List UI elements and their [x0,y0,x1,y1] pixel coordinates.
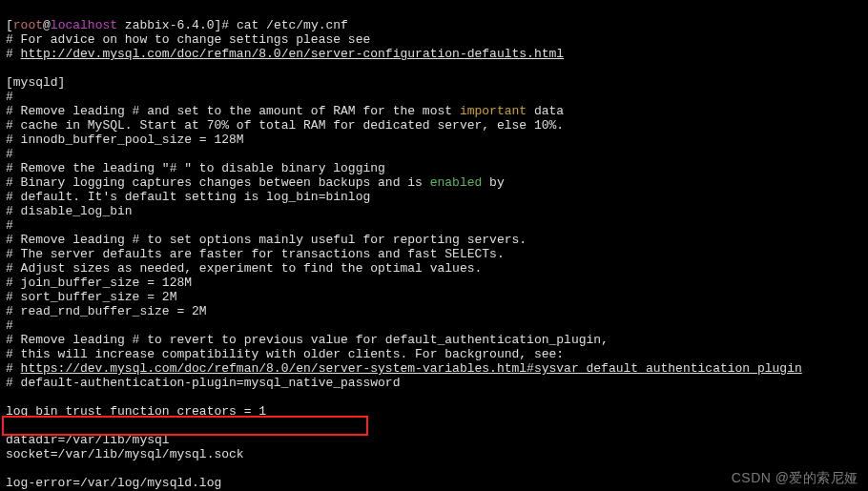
prompt-host: localhost [51,18,117,32]
cfg-line: log-error=/var/log/mysqld.log [6,476,221,490]
prompt-user: root [13,18,43,32]
cfg-line: # innodb_buffer_pool_size = 128M [6,133,244,147]
terminal-output: [root@localhost zabbix-6.4.0]# cat /etc/… [0,0,868,491]
keyword-important: important [460,104,527,118]
keyword-enabled: enabled [430,175,483,190]
cfg-line: # cache in MySQL. Start at 70% of total … [6,118,564,133]
cfg-line: # sort_buffer_size = 2M [6,290,176,304]
cfg-line: socket=/var/lib/mysql/mysql.sock [6,447,244,461]
cfg-line: # join_buffer_size = 128M [6,276,192,290]
cfg-line: # Adjust sizes as needed, experiment to … [6,261,482,276]
cfg-line: # read_rnd_buffer_size = 2M [6,304,207,318]
cfg-line: # The server defaults are faster for tra… [6,247,505,261]
cfg-line: # Remove leading # to revert to previous… [6,333,609,347]
doc-link[interactable]: http://dev.mysql.com/doc/refman/8.0/en/s… [21,47,565,61]
prompt-at: @ [43,18,51,32]
cfg-line: # [6,147,13,161]
watermark: CSDN @爱的索尼娅 [732,471,858,485]
prompt-command[interactable]: cat /etc/my.cnf [237,18,348,32]
cfg-line: # https://dev.mysql.com/doc/refman/8.0/e… [6,361,802,376]
prompt: [root@localhost zabbix-6.4.0]# cat /etc/… [6,18,348,32]
cfg-line: # For advice on how to change settings p… [6,32,370,47]
cfg-section: [mysqld] [6,75,65,90]
cfg-line: # this will increase compatibility with … [6,347,564,361]
cfg-line: # Remove leading # to set options mainly… [6,233,527,247]
cfg-line: # default. It's default setting is log_b… [6,190,370,204]
doc-link[interactable]: https://dev.mysql.com/doc/refman/8.0/en/… [21,361,802,376]
cfg-line: # [6,318,13,333]
cfg-line: # http://dev.mysql.com/doc/refman/8.0/en… [6,47,564,61]
cfg-line: # disable_log_bin [6,204,133,218]
prompt-path: zabbix-6.4.0 [117,18,214,32]
cfg-line: # [6,218,13,233]
cfg-line: # [6,90,13,104]
cfg-setting-highlighted: log_bin_trust_function_creators = 1 [6,404,266,419]
cfg-line: # default-authentication-plugin=mysql_na… [6,376,400,390]
cfg-line: datadir=/var/lib/mysql [6,433,170,447]
cfg-line: # Remove the leading "# " to disable bin… [6,161,385,175]
prompt-bracket-open: [ [6,18,13,32]
cfg-line: # Remove leading # and set to the amount… [6,104,564,118]
prompt-bracket-close: ]# [214,18,236,32]
cfg-line: # Binary logging captures changes betwee… [6,175,505,190]
